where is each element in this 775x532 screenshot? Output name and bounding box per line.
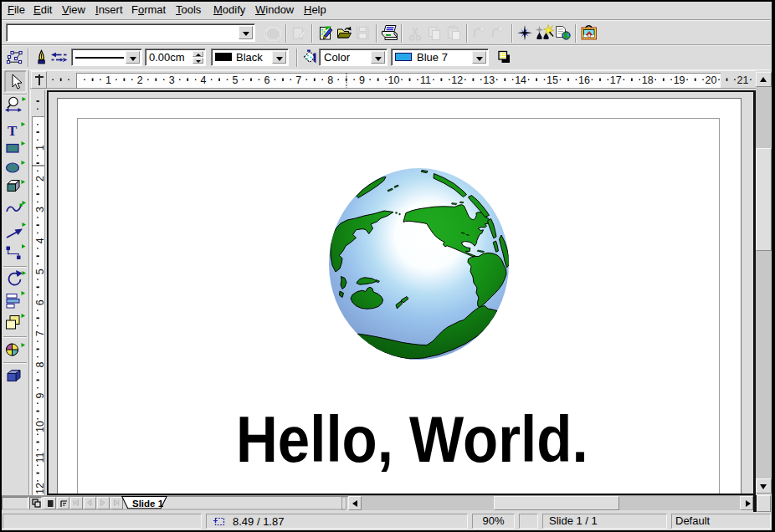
svg-text:18: 18	[642, 74, 654, 86]
svg-text:9: 9	[34, 392, 46, 398]
svg-text:8: 8	[327, 74, 333, 86]
svg-text:8: 8	[34, 361, 46, 367]
svg-text:21: 21	[737, 74, 748, 86]
svg-text:10: 10	[34, 421, 46, 432]
svg-text:1: 1	[105, 74, 111, 86]
svg-text:7: 7	[34, 330, 46, 336]
svg-text:10: 10	[388, 74, 400, 86]
svg-text:16: 16	[578, 74, 590, 86]
svg-text:4: 4	[34, 238, 46, 243]
svg-text:19: 19	[674, 74, 685, 86]
svg-text:6: 6	[264, 74, 269, 86]
svg-text:14: 14	[515, 74, 526, 86]
svg-text:17: 17	[610, 74, 622, 86]
svg-text:4: 4	[201, 74, 207, 86]
svg-text:2: 2	[34, 176, 46, 182]
svg-text:7: 7	[295, 74, 301, 86]
svg-text:11: 11	[34, 452, 46, 463]
svg-text:5: 5	[34, 269, 46, 274]
svg-text:12: 12	[451, 74, 463, 86]
svg-text:13: 13	[483, 74, 495, 86]
svg-text:12: 12	[34, 483, 46, 494]
svg-text:2: 2	[137, 74, 143, 86]
svg-text:9: 9	[359, 74, 365, 86]
svg-text:11: 11	[420, 74, 431, 86]
svg-text:1: 1	[34, 145, 46, 151]
svg-text:6: 6	[34, 299, 46, 305]
svg-text:5: 5	[233, 74, 239, 86]
svg-text:15: 15	[547, 74, 558, 86]
svg-text:3: 3	[169, 74, 175, 86]
svg-text:3: 3	[34, 207, 46, 212]
svg-text:20: 20	[706, 74, 717, 86]
